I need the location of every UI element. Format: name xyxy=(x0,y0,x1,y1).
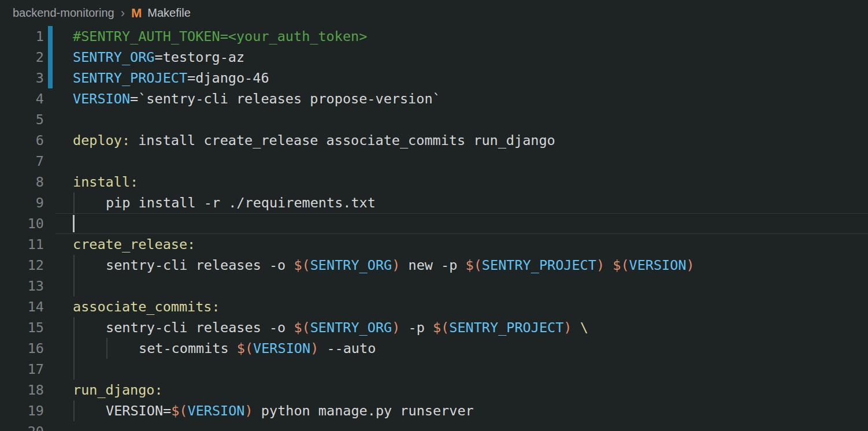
indent-guide xyxy=(106,338,107,359)
code-line-content[interactable]: pip install -r ./requirements.txt xyxy=(55,192,868,213)
code-line-content[interactable] xyxy=(55,151,868,172)
code-token: SENTRY_ORG xyxy=(310,319,392,336)
line-number[interactable]: 15 xyxy=(0,317,55,338)
code-line[interactable]: 1#SENTRY_AUTH_TOKEN=<your_auth_token> xyxy=(0,26,868,47)
line-number[interactable]: 2 xyxy=(0,47,55,68)
code-line[interactable]: 3SENTRY_PROJECT=django-46 xyxy=(0,68,868,88)
code-token: $( xyxy=(466,257,482,273)
line-number[interactable]: 3 xyxy=(0,68,55,88)
line-number[interactable]: 18 xyxy=(0,380,55,400)
code-line[interactable]: 12sentry-cli releases -o $(SENTRY_ORG) n… xyxy=(0,255,868,276)
code-token: -p xyxy=(400,319,433,336)
indent-guide xyxy=(73,338,75,359)
code-token: SENTRY_PROJECT xyxy=(482,257,596,273)
line-number[interactable]: 1 xyxy=(0,26,55,47)
code-token: $( xyxy=(294,319,310,336)
code-line[interactable]: 7 xyxy=(0,151,868,172)
line-number[interactable]: 16 xyxy=(0,338,55,359)
code-line[interactable]: 8install: xyxy=(0,172,868,192)
code-line[interactable]: 9pip install -r ./requirements.txt xyxy=(0,192,868,213)
code-token: SENTRY_ORG xyxy=(73,49,154,65)
line-number[interactable]: 9 xyxy=(0,192,55,213)
git-modified-indicator[interactable] xyxy=(48,26,53,88)
code-line[interactable]: 2SENTRY_ORG=testorg-az xyxy=(0,47,868,68)
code-line[interactable]: 6deploy: install create_release associat… xyxy=(0,130,868,151)
code-line-content[interactable] xyxy=(55,359,868,380)
code-line[interactable]: 14associate_commits: xyxy=(0,296,868,317)
code-token: $( xyxy=(294,257,310,273)
indent-guide xyxy=(73,192,75,213)
indent-guide xyxy=(73,400,75,421)
code-line-content[interactable]: run_django: xyxy=(55,380,868,400)
code-token: VERSION xyxy=(187,403,244,419)
code-token: #SENTRY_AUTH_TOKEN=<your_auth_token> xyxy=(73,28,367,44)
code-line[interactable]: 13 xyxy=(0,276,868,296)
code-line[interactable]: 15sentry-cli releases -o $(SENTRY_ORG) -… xyxy=(0,317,868,338)
code-token: =django-46 xyxy=(187,70,269,86)
code-token: $( xyxy=(171,403,187,419)
code-token: =testorg-az xyxy=(154,49,244,65)
line-number[interactable]: 11 xyxy=(0,234,55,255)
code-line[interactable]: 17 xyxy=(0,359,868,380)
code-token: VERSION xyxy=(629,257,687,273)
code-token: VERSION xyxy=(73,91,130,107)
code-line[interactable]: 16set-commits $(VERSION) --auto xyxy=(0,338,868,359)
code-token: install create_release associate_commits… xyxy=(130,132,555,148)
code-token xyxy=(572,319,580,336)
code-line[interactable]: 11create_release: xyxy=(0,234,868,255)
code-line-content[interactable]: create_release: xyxy=(55,234,868,255)
code-token: set-commits xyxy=(139,340,237,356)
line-number[interactable]: 4 xyxy=(0,88,55,109)
line-number[interactable]: 17 xyxy=(0,359,55,380)
line-number[interactable]: 13 xyxy=(0,276,55,296)
code-token xyxy=(604,257,613,273)
code-line-content[interactable] xyxy=(55,213,868,234)
code-token: SENTRY_PROJECT xyxy=(449,319,563,336)
code-line-content[interactable]: SENTRY_ORG=testorg-az xyxy=(55,47,868,68)
code-line[interactable]: 4VERSION=`sentry-cli releases propose-ve… xyxy=(0,88,868,109)
line-number[interactable]: 19 xyxy=(0,400,55,421)
line-number[interactable]: 5 xyxy=(0,109,55,130)
line-number[interactable]: 20 xyxy=(0,421,55,431)
code-line-content[interactable]: sentry-cli releases -o $(SENTRY_ORG) new… xyxy=(55,255,868,276)
code-line-content[interactable] xyxy=(55,109,868,130)
line-number[interactable]: 14 xyxy=(0,296,55,317)
code-line[interactable]: 19VERSION=$(VERSION) python manage.py ru… xyxy=(0,400,868,421)
code-token: sentry-cli releases -o xyxy=(106,257,294,273)
breadcrumb-file[interactable]: Makefile xyxy=(147,6,190,20)
code-line-content[interactable] xyxy=(55,276,868,296)
code-editor[interactable]: 1#SENTRY_AUTH_TOKEN=<your_auth_token>2SE… xyxy=(0,26,868,431)
breadcrumb-folder[interactable]: backend-monitoring xyxy=(13,6,114,20)
code-line-content[interactable]: set-commits $(VERSION) --auto xyxy=(55,338,868,359)
code-token: ) xyxy=(563,319,572,336)
indent-guide xyxy=(73,317,75,338)
code-line-content[interactable]: VERSION=`sentry-cli releases propose-ver… xyxy=(55,88,868,109)
line-number[interactable]: 6 xyxy=(0,130,55,151)
line-number[interactable]: 10 xyxy=(0,213,55,234)
line-number[interactable]: 7 xyxy=(0,151,55,172)
code-token: ) xyxy=(687,257,695,273)
makefile-icon: M xyxy=(131,6,142,21)
code-token: $( xyxy=(613,257,629,273)
code-line[interactable]: 5 xyxy=(0,109,868,130)
code-token: VERSION= xyxy=(106,403,171,419)
code-token: VERSION xyxy=(253,340,310,356)
indent-guide xyxy=(73,255,75,276)
code-line-content[interactable] xyxy=(55,421,868,431)
code-token: SENTRY_PROJECT xyxy=(73,70,187,86)
code-line-content[interactable]: SENTRY_PROJECT=django-46 xyxy=(55,68,868,88)
code-line[interactable]: 20 xyxy=(0,421,868,431)
code-line-content[interactable]: install: xyxy=(55,172,868,192)
line-number[interactable]: 12 xyxy=(0,255,55,276)
code-line-content[interactable]: sentry-cli releases -o $(SENTRY_ORG) -p … xyxy=(55,317,868,338)
code-line-content[interactable]: VERSION=$(VERSION) python manage.py runs… xyxy=(55,400,868,421)
code-line[interactable]: 10 xyxy=(0,213,868,234)
editor-window: backend-monitoring › M Makefile 1#SENTRY… xyxy=(0,0,868,431)
code-line-content[interactable]: deploy: install create_release associate… xyxy=(55,130,868,151)
code-line[interactable]: 18run_django: xyxy=(0,380,868,400)
code-token: install: xyxy=(73,174,138,190)
code-token: ) xyxy=(596,257,604,273)
line-number[interactable]: 8 xyxy=(0,172,55,192)
code-line-content[interactable]: associate_commits: xyxy=(55,296,868,317)
code-line-content[interactable]: #SENTRY_AUTH_TOKEN=<your_auth_token> xyxy=(55,26,868,47)
